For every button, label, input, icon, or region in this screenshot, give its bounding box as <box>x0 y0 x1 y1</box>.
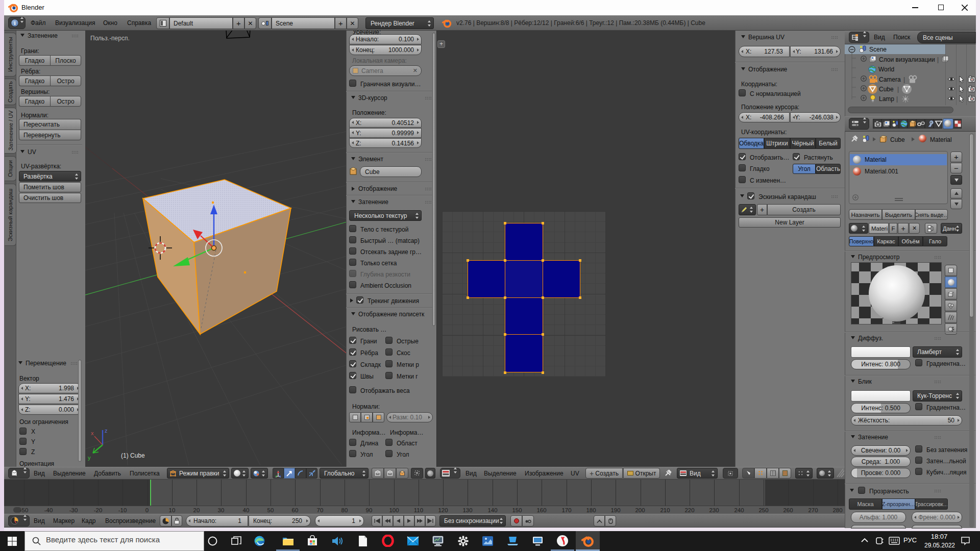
svg-text:(1) Cube: (1) Cube <box>121 452 145 459</box>
svg-text:Польз.-персп.: Польз.-персп. <box>90 35 130 42</box>
svg-text:y: y <box>88 455 91 461</box>
svg-text:x: x <box>91 430 94 436</box>
svg-text:z: z <box>105 428 108 434</box>
